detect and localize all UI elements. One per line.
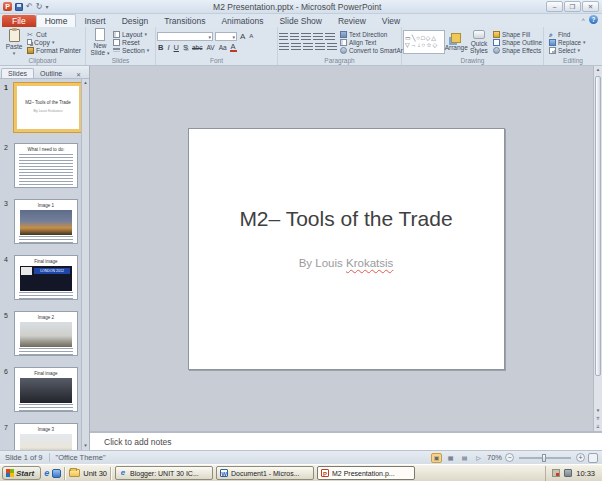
font-size-combobox[interactable]: ▾ [215,32,237,41]
font-color-button[interactable]: A [230,43,237,52]
close-button[interactable]: ✕ [582,1,599,12]
panel-close-icon[interactable]: ✕ [76,71,81,78]
underline-button[interactable]: U [173,43,180,52]
save-icon[interactable] [15,3,23,11]
show-desktop-icon[interactable] [52,469,61,478]
notes-pane[interactable]: Click to add notes [90,431,602,450]
slide-sorter-view-button[interactable]: ▦ [445,453,456,463]
tab-design[interactable]: Design [114,15,156,27]
slide-thumbnail-1[interactable]: 1 M2– Tools of the Trade By Louis Krokat… [14,83,79,132]
italic-button[interactable]: I [166,43,170,52]
theme-name[interactable]: "Office Theme" [56,453,106,462]
current-slide[interactable]: M2– Tools of the Trade By Louis Krokatsi… [188,128,505,370]
shapes-gallery[interactable]: ▭╲○□◇△ ▽→↓○☆◇ [403,30,445,54]
grow-font-button[interactable]: A [239,32,246,41]
numbering-button[interactable] [290,33,299,41]
align-right-button[interactable] [303,43,313,51]
slide-title-textbox[interactable]: M2– Tools of the Trade [209,207,484,231]
align-text-button[interactable]: Align Text [340,39,405,46]
shape-fill-button[interactable]: Shape Fill [493,31,542,38]
find-button[interactable]: ⌕ Find [549,31,586,38]
new-slide-button[interactable]: New Slide ▾ [87,28,113,56]
cut-button[interactable]: ✂ Cut [27,31,81,38]
normal-view-button[interactable]: ▣ [431,453,442,463]
redo-icon[interactable]: ↻ [36,2,43,12]
clock[interactable]: 10:33 [576,469,595,478]
convert-to-smartart-button[interactable]: Convert to SmartArt [340,47,405,54]
powerpoint-app-icon[interactable]: P [3,2,12,11]
tab-home[interactable]: Home [36,14,77,27]
restore-button[interactable]: ❐ [564,1,581,12]
paste-button[interactable]: Paste ▾ [1,28,27,56]
next-slide-icon[interactable]: ⇊ [596,423,600,431]
shape-outline-button[interactable]: Shape Outline [493,39,542,46]
tab-slides-thumbnails[interactable]: Slides [1,68,34,78]
tab-outline[interactable]: Outline [34,69,68,78]
scrollbar-thumb[interactable] [595,76,601,376]
slide-thumbnail-2[interactable]: 2 What I need to do: [14,143,79,188]
copy-dropdown-icon[interactable]: ▾ [52,39,55,45]
section-button[interactable]: Section ▾ [113,47,149,54]
previous-slide-icon[interactable]: ⇈ [596,415,600,423]
slide-show-button[interactable]: ▷ [473,453,484,463]
increase-indent-button[interactable] [313,33,323,41]
zoom-in-button[interactable]: + [576,453,585,462]
slide-thumbnail-5[interactable]: 5 Image 2 [14,311,79,356]
zoom-slider-thumb[interactable] [542,454,546,462]
zoom-slider[interactable] [519,457,571,459]
slide-thumbnail-7[interactable]: 7 Image 3 [14,423,79,450]
text-shadow-button[interactable]: S [182,43,189,52]
vertical-scrollbar[interactable]: ▲ ▼ ⇈ ⇊ [593,66,602,431]
tab-animations[interactable]: Animations [213,15,271,27]
select-dropdown-icon[interactable]: ▾ [578,47,581,53]
tray-icon-2[interactable] [564,469,572,477]
font-name-combobox[interactable]: ▾ [157,32,213,41]
folder-icon[interactable] [69,469,80,477]
tab-file[interactable]: File [2,15,36,27]
scroll-up-icon[interactable]: ▲ [594,66,602,75]
strikethrough-button[interactable]: abc [191,43,203,52]
decrease-indent-button[interactable] [301,33,311,41]
change-case-button[interactable]: Aa [218,43,228,52]
replace-dropdown-icon[interactable]: ▾ [583,39,586,45]
panel-scrollbar[interactable]: ▲ ▼ [81,79,89,450]
section-dropdown-icon[interactable]: ▾ [147,47,150,53]
layout-dropdown-icon[interactable]: ▾ [144,31,147,37]
task-button-word[interactable]: W Document1 - Micros... [216,466,314,480]
minimize-ribbon-icon[interactable]: ˄ [581,17,585,23]
fit-to-window-button[interactable] [588,453,598,463]
slide-subtitle-textbox[interactable]: By Louis Krokatsis [209,257,484,269]
replace-button[interactable]: Replace ▾ [549,39,586,46]
undo-icon[interactable]: ↶ [26,2,33,12]
tab-insert[interactable]: Insert [76,15,113,27]
reading-view-button[interactable]: ▤ [459,453,470,463]
slide-thumbnail-3[interactable]: 3 Image 1 [14,199,79,244]
character-spacing-button[interactable]: AV [205,43,215,52]
task-button-powerpoint[interactable]: P M2 Presentation.p... [317,466,415,480]
text-direction-button[interactable]: Text Direction [340,31,405,38]
editor-canvas[interactable]: M2– Tools of the Trade By Louis Krokatsi… [90,66,602,431]
justify-button[interactable] [315,43,325,51]
tab-review[interactable]: Review [330,15,374,27]
shrink-font-button[interactable]: A [248,32,254,41]
bullets-button[interactable] [279,33,288,41]
unit-30-toolbar[interactable]: Unit 30 [83,469,107,478]
bold-button[interactable]: B [157,43,164,52]
layout-button[interactable]: Layout ▾ [113,31,149,38]
format-painter-button[interactable]: Format Painter [27,47,81,54]
slide-thumbnail-6[interactable]: 6 Final image [14,367,79,412]
start-button[interactable]: Start [2,466,41,480]
task-button-blogger[interactable]: e Blogger: UNIT 30 IC... [115,466,213,480]
tab-view[interactable]: View [374,15,408,27]
tab-slide-show[interactable]: Slide Show [271,15,330,27]
arrange-button[interactable]: Arrange [445,28,468,56]
copy-button[interactable]: Copy ▾ [27,39,81,46]
align-left-button[interactable] [279,43,289,51]
zoom-level[interactable]: 70% [487,453,502,462]
slide-thumbnail-4[interactable]: 4 Final image LONDON 2012 [14,255,79,300]
scroll-down-icon[interactable]: ▼ [83,442,87,450]
paste-dropdown-icon[interactable]: ▾ [13,50,16,56]
reset-button[interactable]: Reset [113,39,149,46]
columns-button[interactable] [327,43,337,51]
select-button[interactable]: Select ▾ [549,47,586,54]
